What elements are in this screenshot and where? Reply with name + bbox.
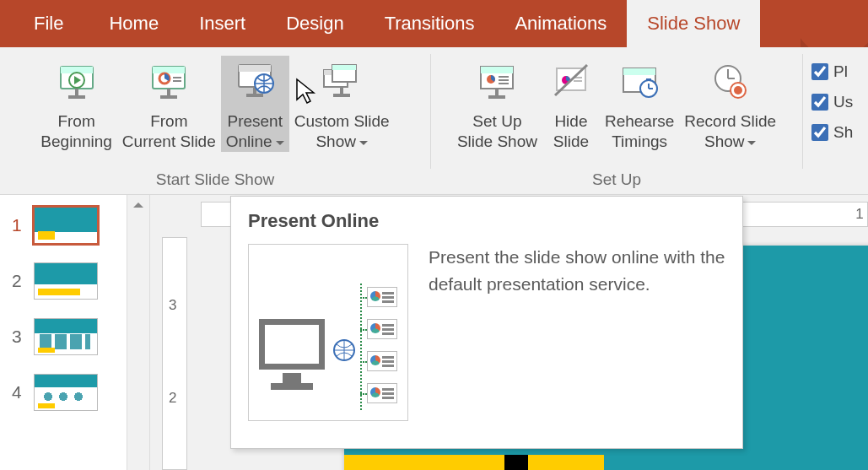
group-caption-setup: Set Up [592,170,641,189]
custom-slide-show-icon [318,59,365,106]
thumb-2[interactable]: 2 [12,262,118,300]
svg-rect-34 [574,80,582,82]
thumbnails-scrollbar[interactable] [127,195,150,470]
rehearse-timings-icon [616,59,663,106]
svg-rect-8 [173,77,181,78]
thumb-1[interactable]: 1 [12,207,118,244]
tooltip-illustration [248,244,408,421]
svg-rect-3 [75,89,78,95]
svg-rect-10 [167,89,170,95]
ribbon: From Beginning From Current Slide [0,47,868,195]
tooltip-present-online: Present Online Present the slide show on… [230,196,743,449]
tab-animations[interactable]: Animations [494,0,627,47]
tooltip-body: Present the slide show online with the d… [429,244,725,421]
check-show[interactable]: Sh [811,123,853,142]
header-decoration [801,0,868,47]
hide-slide-button[interactable]: Hide Slide [542,56,600,152]
slide-thumbnails: 1 2 3 4 [0,195,127,470]
svg-point-46 [734,86,742,95]
from-beginning-icon [53,59,100,106]
tooltip-title: Present Online [248,210,725,232]
tab-design[interactable]: Design [266,0,364,47]
tab-home[interactable]: Home [89,0,179,47]
from-current-slide-icon [145,59,192,106]
thumb-3[interactable]: 3 [12,318,118,355]
vertical-ruler: 3 2 [162,237,187,470]
svg-rect-21 [340,87,343,94]
globe-icon [333,339,355,361]
group-caption-start: Start Slide Show [156,170,274,189]
svg-rect-22 [333,94,350,97]
scroll-up-icon[interactable] [127,195,149,215]
svg-rect-37 [623,68,655,75]
svg-rect-20 [332,65,356,70]
svg-rect-39 [646,78,651,81]
present-online-icon [231,59,278,106]
svg-rect-28 [499,83,509,84]
svg-rect-24 [481,67,513,73]
from-current-slide-button[interactable]: From Current Slide [117,56,221,152]
tab-insert[interactable]: Insert [179,0,266,47]
hide-slide-icon [547,59,595,106]
thumb-4[interactable]: 4 [12,374,118,411]
check-use[interactable]: Us [811,93,853,111]
svg-rect-6 [153,67,185,73]
svg-rect-11 [160,95,177,99]
svg-rect-27 [499,79,509,81]
tab-slideshow[interactable]: Slide Show [627,0,760,47]
from-beginning-button[interactable]: From Beginning [35,56,117,152]
svg-rect-30 [488,95,505,99]
checkbox-group: Pl Us Sh [803,47,853,194]
slide-accent-stripe [344,455,604,470]
present-online-button[interactable]: Present Online [221,56,289,152]
custom-slide-show-button[interactable]: Custom Slide Show [289,56,395,152]
svg-rect-13 [239,65,271,72]
tab-transitions[interactable]: Transitions [364,0,495,47]
svg-rect-4 [68,95,85,99]
ribbon-tabs: File Home Insert Design Transitions Anim… [0,0,868,47]
tab-file[interactable]: File [29,0,89,47]
svg-rect-26 [499,76,509,78]
record-slide-show-icon [707,59,754,106]
svg-rect-15 [246,94,263,97]
svg-rect-9 [173,80,181,82]
record-slide-show-button[interactable]: Record Slide Show [679,56,781,152]
set-up-slide-show-icon [473,59,520,106]
set-up-slide-show-button[interactable]: Set Up Slide Show [452,56,542,152]
check-play[interactable]: Pl [811,62,853,81]
rehearse-timings-button[interactable]: Rehearse Timings [600,56,679,152]
svg-rect-29 [495,89,499,95]
